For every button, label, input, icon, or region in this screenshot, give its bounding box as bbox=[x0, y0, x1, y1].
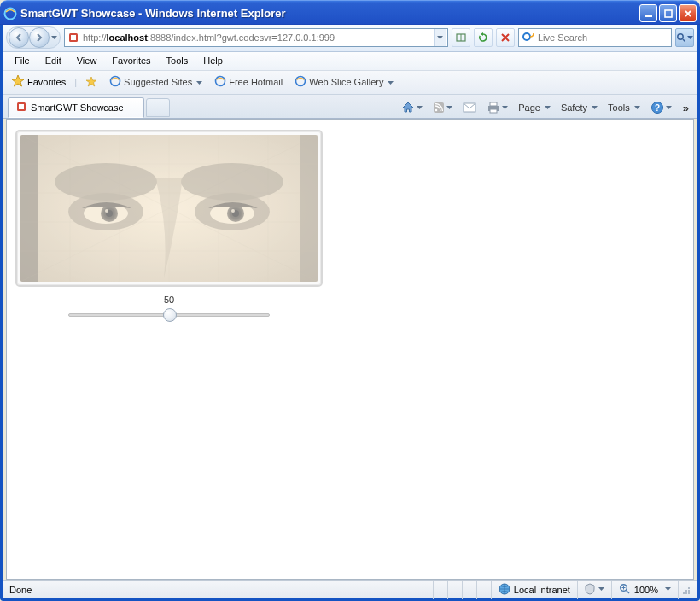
svg-point-41 bbox=[683, 592, 685, 594]
svg-rect-12 bbox=[19, 104, 24, 109]
tools-label: Tools bbox=[608, 102, 630, 113]
close-button[interactable] bbox=[679, 4, 697, 22]
menu-favorites[interactable]: Favorites bbox=[105, 54, 157, 67]
mona-lisa-image bbox=[20, 135, 318, 282]
search-box[interactable]: Live Search bbox=[518, 28, 672, 47]
star-icon bbox=[11, 74, 25, 90]
free-hotmail-label: Free Hotmail bbox=[229, 77, 283, 87]
favorites-label: Favorites bbox=[27, 77, 66, 87]
ie-logo-icon bbox=[3, 7, 17, 20]
shield-icon bbox=[585, 583, 595, 597]
svg-point-6 bbox=[523, 33, 530, 40]
address-text: http://localhost:8888/index.html?gwt.cod… bbox=[83, 32, 431, 43]
read-mail-button[interactable] bbox=[460, 101, 479, 114]
status-bar: Done Local intranet 100% bbox=[3, 580, 697, 598]
window-title: SmartGWT Showcase - Windows Internet Exp… bbox=[20, 7, 639, 20]
svg-point-42 bbox=[685, 590, 687, 592]
search-go-button[interactable] bbox=[675, 28, 694, 47]
globe-icon bbox=[499, 583, 510, 597]
tab-active[interactable]: SmartGWT Showcase bbox=[8, 97, 144, 118]
slider-track[interactable] bbox=[68, 313, 270, 317]
zone-label: Local intranet bbox=[514, 585, 570, 595]
nav-history-dropdown[interactable] bbox=[50, 36, 58, 40]
suggested-sites-label: Suggested Sites bbox=[124, 77, 192, 87]
svg-point-38 bbox=[688, 592, 690, 594]
protected-mode[interactable] bbox=[577, 581, 611, 599]
ie-page-icon bbox=[109, 75, 121, 89]
security-zone[interactable]: Local intranet bbox=[491, 581, 577, 599]
menu-view[interactable]: View bbox=[70, 54, 104, 67]
overflow-button[interactable]: » bbox=[680, 102, 692, 114]
back-button[interactable] bbox=[9, 27, 29, 48]
svg-text:?: ? bbox=[655, 103, 660, 113]
svg-point-40 bbox=[688, 590, 690, 592]
tab-bar: SmartGWT Showcase Page Safety Tools ? » bbox=[3, 95, 697, 119]
page-label: Page bbox=[518, 102, 540, 113]
svg-point-14 bbox=[435, 109, 438, 112]
refresh-button[interactable] bbox=[474, 28, 493, 47]
status-cell bbox=[462, 581, 476, 599]
favorites-bar: Favorites | Suggested Sites Free Hotmail… bbox=[3, 71, 697, 95]
svg-point-7 bbox=[678, 34, 683, 39]
fav-toolbar-add[interactable] bbox=[82, 74, 101, 90]
menu-bar: File Edit View Favorites Tools Help bbox=[3, 52, 697, 71]
minimize-button[interactable] bbox=[639, 4, 657, 22]
svg-point-35 bbox=[231, 209, 235, 213]
svg-rect-18 bbox=[490, 109, 497, 113]
forward-button[interactable] bbox=[29, 27, 50, 48]
svg-rect-4 bbox=[71, 35, 76, 40]
zoom-label: 100% bbox=[634, 585, 658, 595]
chevron-down-icon bbox=[196, 77, 202, 87]
nav-back-forward-group bbox=[6, 26, 61, 49]
address-bar[interactable]: http://localhost:8888/index.html?gwt.cod… bbox=[64, 28, 448, 47]
slider-thumb[interactable] bbox=[163, 308, 177, 322]
safety-label: Safety bbox=[561, 102, 587, 113]
favorites-button[interactable]: Favorites bbox=[8, 73, 69, 91]
address-dropdown[interactable] bbox=[434, 29, 446, 46]
tools-menu[interactable]: Tools bbox=[605, 101, 643, 114]
navigation-bar: http://localhost:8888/index.html?gwt.cod… bbox=[3, 25, 697, 52]
opacity-slider-group: 50 bbox=[15, 295, 323, 317]
image-card bbox=[15, 130, 323, 287]
free-hotmail-link[interactable]: Free Hotmail bbox=[211, 73, 286, 90]
window-titlebar: SmartGWT Showcase - Windows Internet Exp… bbox=[0, 0, 700, 25]
resize-grip[interactable] bbox=[678, 581, 692, 599]
stop-button[interactable] bbox=[496, 28, 515, 47]
page-content: 50 bbox=[6, 119, 694, 580]
home-button[interactable] bbox=[399, 99, 425, 116]
menu-help[interactable]: Help bbox=[196, 54, 230, 67]
maximize-button[interactable] bbox=[659, 4, 677, 22]
svg-rect-23 bbox=[300, 135, 318, 282]
chevron-down-icon bbox=[388, 77, 394, 87]
print-button[interactable] bbox=[484, 100, 510, 115]
ie-page-icon bbox=[214, 75, 226, 89]
web-slice-link[interactable]: Web Slice Gallery bbox=[291, 73, 397, 90]
svg-point-34 bbox=[105, 209, 108, 213]
bing-icon bbox=[522, 31, 534, 44]
safety-menu[interactable]: Safety bbox=[558, 101, 600, 114]
help-button[interactable]: ? bbox=[648, 99, 674, 116]
tab-label: SmartGWT Showcase bbox=[31, 102, 124, 113]
status-cell bbox=[476, 581, 491, 599]
command-bar: Page Safety Tools ? » bbox=[399, 99, 692, 116]
status-cell bbox=[433, 581, 447, 599]
zoom-control[interactable]: 100% bbox=[611, 581, 678, 599]
page-menu[interactable]: Page bbox=[516, 101, 553, 114]
menu-tools[interactable]: Tools bbox=[160, 54, 195, 67]
zoom-icon bbox=[619, 583, 631, 597]
suggested-sites-link[interactable]: Suggested Sites bbox=[106, 73, 206, 90]
new-tab-button[interactable] bbox=[146, 98, 170, 117]
status-cell bbox=[447, 581, 462, 599]
svg-point-43 bbox=[688, 587, 690, 589]
status-text: Done bbox=[8, 585, 433, 595]
menu-edit[interactable]: Edit bbox=[38, 54, 68, 67]
search-placeholder: Live Search bbox=[538, 32, 587, 43]
compat-view-button[interactable] bbox=[452, 28, 470, 47]
slider-value-label: 50 bbox=[15, 295, 323, 305]
feeds-button[interactable] bbox=[430, 100, 455, 115]
menu-file[interactable]: File bbox=[8, 54, 37, 67]
svg-point-39 bbox=[685, 592, 687, 594]
ie-page-icon bbox=[295, 75, 306, 89]
svg-rect-1 bbox=[645, 15, 652, 17]
svg-rect-17 bbox=[490, 102, 497, 106]
